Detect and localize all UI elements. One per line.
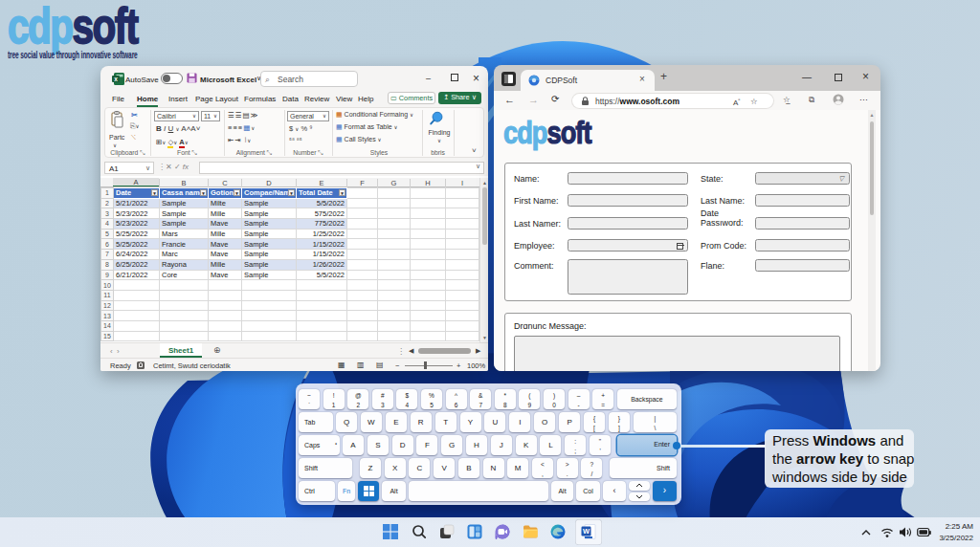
svg-text:W: W: [583, 527, 590, 536]
svg-text:x: x: [114, 76, 118, 82]
